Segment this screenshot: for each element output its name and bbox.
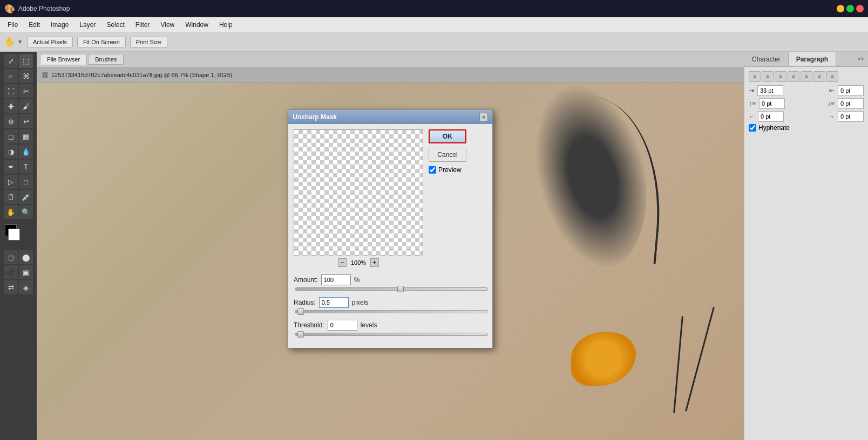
threshold-slider-row: Threshold: levels	[294, 320, 487, 336]
bird-neck	[559, 95, 669, 265]
paragraph-panel-content: ≡ ≡ ≡ ≡ ≡ ≡ ≡ ⇥ ⇤ ↑≡ ↓≡ ←	[744, 67, 868, 136]
indent-before-icon: ⇥	[749, 87, 754, 94]
menu-view[interactable]: View	[155, 19, 180, 31]
preview-checkbox-label[interactable]: Preview	[429, 166, 466, 174]
amount-thumb[interactable]	[397, 286, 404, 292]
menu-window[interactable]: Window	[180, 19, 214, 31]
pen-tool[interactable]: ✒	[4, 160, 18, 174]
indent-right-input[interactable]	[838, 111, 864, 122]
tool-options-arrow: ▼	[17, 39, 23, 45]
preview-checkbox[interactable]	[429, 166, 436, 174]
tool-row-3: ⛶ ✂	[4, 84, 33, 98]
align-right-button[interactable]: ≡	[775, 71, 786, 82]
dialog-close-button[interactable]: ×	[479, 113, 488, 121]
panel-collapse-button[interactable]: >>	[853, 54, 868, 64]
jump-to-imageready[interactable]: ⇄	[4, 280, 18, 294]
lasso-tool[interactable]: ○	[4, 69, 18, 83]
close-button[interactable]	[856, 5, 864, 12]
window-controls	[837, 5, 864, 12]
minimize-button[interactable]	[837, 5, 844, 12]
text-tool[interactable]: T	[19, 160, 33, 174]
indent-before-row: ⇥ ⇤	[749, 85, 864, 96]
select-tool[interactable]: ⬚	[19, 54, 33, 68]
crop-tool[interactable]: ⛶	[4, 84, 18, 98]
file-browser-button[interactable]: File Browser	[40, 54, 87, 65]
extra-tool[interactable]: ◈	[19, 280, 33, 294]
eraser-tool[interactable]: ◻	[4, 129, 18, 143]
actual-pixels-button[interactable]: Actual Pixels	[27, 37, 73, 47]
screen-mode-btn[interactable]: ⬛	[4, 265, 18, 279]
right-panel: Character Paragraph >> ≡ ≡ ≡ ≡ ≡ ≡ ≡ ⇥ ⇤	[744, 52, 868, 440]
preview-canvas[interactable]	[294, 129, 423, 256]
indent-left-icon: ←	[749, 113, 755, 120]
tool-row-4: ✚ 🖌	[4, 99, 33, 113]
stamp-tool[interactable]: ⊕	[4, 114, 18, 128]
hyphenate-checkbox[interactable]	[749, 124, 756, 132]
space-after-input[interactable]	[838, 98, 864, 109]
brush-tool[interactable]: 🖌	[19, 99, 33, 113]
gradient-tool[interactable]: ▦	[19, 129, 33, 143]
amount-input[interactable]	[321, 274, 351, 285]
brushes-button[interactable]: Brushes	[88, 54, 124, 65]
move-tool[interactable]: ⤢	[4, 54, 18, 68]
radius-input[interactable]	[319, 297, 349, 308]
maximize-button[interactable]	[846, 5, 854, 12]
justify-right-button[interactable]: ≡	[813, 71, 825, 82]
menu-help[interactable]: Help	[214, 19, 238, 31]
bird-leg-1	[685, 307, 715, 411]
magic-wand-tool[interactable]: ⌘	[19, 69, 33, 83]
space-before-row: ↑≡ ↓≡	[749, 98, 864, 109]
align-left-button[interactable]: ≡	[749, 71, 761, 82]
print-size-button[interactable]: Print Size	[130, 37, 167, 47]
cancel-button[interactable]: Cancel	[429, 148, 466, 162]
menu-select[interactable]: Select	[101, 19, 130, 31]
space-before-input[interactable]	[759, 98, 785, 109]
ok-button[interactable]: OK	[429, 129, 466, 143]
preview-label: Preview	[438, 166, 462, 174]
slice-tool[interactable]: ✂	[19, 84, 33, 98]
healing-brush-tool[interactable]: ✚	[4, 99, 18, 113]
amount-track[interactable]	[295, 287, 488, 291]
radius-track[interactable]	[295, 310, 488, 313]
notes-tool[interactable]: 🗒	[4, 190, 18, 204]
radius-label: Radius:	[294, 299, 316, 306]
hand-tool[interactable]: ✋	[4, 205, 18, 219]
indent-before-input[interactable]	[757, 85, 783, 96]
character-tab[interactable]: Character	[744, 52, 789, 66]
menu-file[interactable]: File	[2, 19, 23, 31]
menu-image[interactable]: Image	[45, 19, 74, 31]
quick-mask-mode[interactable]: ⬤	[19, 250, 33, 264]
preview-area: − 100% +	[294, 129, 423, 269]
align-center-button[interactable]: ≡	[762, 71, 774, 82]
dodge-tool[interactable]: ◑	[4, 145, 18, 159]
justify-center-button[interactable]: ≡	[801, 71, 812, 82]
threshold-track[interactable]	[295, 333, 488, 336]
history-brush-tool[interactable]: ↩	[19, 114, 33, 128]
shape-tool[interactable]: □	[19, 175, 33, 189]
left-toolbox: ⤢ ⬚ ○ ⌘ ⛶ ✂ ✚ 🖌 ⊕ ↩ ◻ ▦ ◑ 💧 ✒ T	[0, 52, 37, 440]
justify-left-button[interactable]: ≡	[788, 71, 799, 82]
path-selection-tool[interactable]: ▷	[4, 175, 18, 189]
sliders-section: Amount: % Radius: pixels	[288, 274, 492, 348]
standard-mode[interactable]: ◻	[4, 250, 18, 264]
radius-thumb[interactable]	[297, 308, 304, 315]
blur-tool[interactable]: 💧	[19, 145, 33, 159]
background-color[interactable]	[8, 229, 20, 240]
paragraph-tab[interactable]: Paragraph	[789, 52, 836, 66]
menu-edit[interactable]: Edit	[23, 19, 45, 31]
justify-all-button[interactable]: ≡	[826, 71, 838, 82]
indent-left-input[interactable]	[758, 111, 784, 122]
threshold-thumb[interactable]	[297, 331, 304, 338]
fit-on-screen-button[interactable]: Fit On Screen	[77, 37, 126, 47]
app-icon: 🎨	[4, 4, 15, 14]
zoom-tool[interactable]: 🔍	[19, 205, 33, 219]
zoom-out-button[interactable]: −	[338, 258, 347, 267]
flower-decoration	[571, 332, 636, 386]
zoom-in-button[interactable]: +	[370, 258, 379, 267]
screen-mode2-btn[interactable]: ▣	[19, 265, 33, 279]
menu-filter[interactable]: Filter	[130, 19, 155, 31]
eyedropper-tool[interactable]: 💉	[19, 190, 33, 204]
menu-layer[interactable]: Layer	[74, 19, 101, 31]
threshold-input[interactable]	[328, 320, 357, 331]
indent-after-input[interactable]	[838, 85, 864, 96]
